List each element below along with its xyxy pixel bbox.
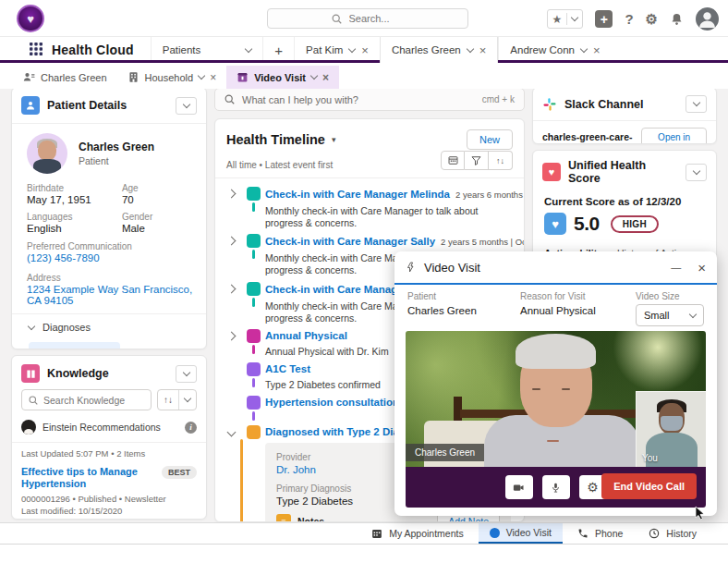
notifications-button[interactable] [670,12,684,26]
chevron-down-icon[interactable] [580,44,588,52]
section-diagnoses[interactable]: Diagnoses [12,313,206,340]
favorites-dropdown-icon[interactable] [571,14,578,21]
event-type-icon [247,425,261,439]
utility-phone[interactable]: Phone [566,523,634,544]
collapse-chevron-icon[interactable] [221,425,241,435]
subtab-charles-green[interactable]: Charles Green [13,66,117,89]
modal-title: Video Visit [424,261,663,275]
patient-phone-link[interactable]: (123) 456-7890 [27,252,195,263]
event-title-link[interactable]: Annual Physical [265,329,347,343]
score-value: 5.0 [574,213,600,235]
panel-menu-button[interactable] [176,97,197,115]
event-title-link[interactable]: Check-in with Care Manager Sally [265,235,435,249]
chevron-down-icon[interactable] [310,72,318,80]
chevron-down-icon[interactable] [245,44,252,52]
field-label: Gender [122,212,195,222]
nav-tab-andrew-conn[interactable]: Andrew Conn × [498,37,611,63]
help-button[interactable]: ? [625,12,633,26]
close-tab-icon[interactable]: × [361,43,369,57]
field-value: Male [122,223,195,234]
section-label: Diagnoses [42,322,91,333]
new-event-button[interactable]: New [467,129,513,150]
microphone-icon [550,482,562,494]
einstein-label: Einstein Recommendations [42,422,161,433]
slack-channel-panel: Slack Channel charles-green-care-team Op… [532,87,717,144]
user-avatar[interactable] [696,7,719,31]
close-tab-icon[interactable]: × [479,43,487,57]
video-feed: Charles Green You [406,331,706,467]
expand-chevron-icon[interactable] [221,282,241,292]
microphone-toggle-button[interactable] [542,475,570,499]
sort-icon[interactable]: ↑↓ [158,390,178,410]
utility-my-appointments[interactable]: My Appointments [360,523,475,544]
favorites-control[interactable]: ★ [547,9,584,29]
info-icon[interactable]: i [185,422,197,434]
self-view: You [636,391,706,467]
video-visit-modal: Video Visit — × Patient Charles Green Re… [394,251,717,516]
close-subtab-icon[interactable]: × [322,71,329,84]
article-meta: 0000001296 • Published • Newsletter [21,494,197,504]
lightning-bolt-icon [406,261,417,274]
assistant-search-bar[interactable]: What can I help you with? cmd + k [214,88,525,111]
app-launcher-waffle-icon[interactable] [30,43,42,63]
global-search-input[interactable] [349,13,405,24]
favorite-star-icon[interactable]: ★ [552,13,563,26]
article-title-link[interactable]: Effective tips to Manage Hypertension [21,466,156,490]
participant-name-label: Charles Green [406,444,484,461]
utility-label: Phone [595,528,623,539]
filter-funnel-button[interactable] [465,151,489,170]
expand-chevron-icon[interactable] [221,329,241,339]
timeline-dropdown-icon[interactable]: ▾ [332,135,336,144]
add-tab-button[interactable]: + [262,37,294,63]
panel-menu-button[interactable] [686,95,707,113]
nav-tab-charles-green[interactable]: Charles Green × [380,37,498,63]
event-title-link[interactable]: Hypertension consultation [265,396,399,410]
divider [566,13,567,25]
panel-menu-button[interactable] [686,164,707,181]
quick-create-button[interactable]: + [595,10,613,28]
video-size-select[interactable]: Small [636,304,704,326]
search-icon [332,14,342,24]
utility-history[interactable]: History [637,523,708,544]
chevron-down-icon[interactable] [198,72,205,80]
event-calendar-icon [237,71,249,83]
call-controls-bar: ⚙ End Video Call [406,467,706,508]
timeline-range-button[interactable] [441,151,465,170]
knowledge-search-box[interactable] [21,389,152,410]
camera-toggle-button[interactable] [505,475,533,499]
history-clock-icon [649,528,660,539]
knowledge-sort-control[interactable]: ↑↓ [157,389,197,410]
setup-gear-button[interactable]: ⚙ [646,12,658,26]
subtab-label: Household [145,72,194,83]
sort-button[interactable]: ↑↓ [489,151,513,170]
global-search-box[interactable] [267,8,468,29]
nav-tab-patients[interactable]: Patients [151,37,263,63]
close-icon[interactable]: × [698,260,706,275]
expand-chevron-icon[interactable] [221,234,241,244]
field-label: Reason for Visit [520,291,636,301]
nav-tab-label: Pat Kim [306,44,343,55]
event-title-link[interactable]: Check-in with Care Manager Melinda [265,188,450,202]
diagnosis-pill[interactable]: Type 2 Diabetes [29,342,120,349]
close-subtab-icon[interactable]: × [210,71,216,84]
sort-dropdown-icon[interactable] [178,390,196,410]
minimize-icon[interactable]: — [671,262,681,273]
chevron-down-icon[interactable] [466,44,473,52]
event-title-link[interactable]: A1C Test [265,362,310,376]
field-label: Birthdate [27,183,118,193]
utility-label: History [666,528,697,539]
close-tab-icon[interactable]: × [593,43,601,57]
end-video-call-button[interactable]: End Video Call [601,473,697,499]
utility-video-visit[interactable]: Video Visit [479,523,563,544]
subtab-video-visit[interactable]: Video Visit × [226,66,339,89]
open-in-slack-button[interactable]: Open in Slack [641,128,707,144]
patient-address-link[interactable]: 1234 Example Way San Francisco, CA 94105 [27,284,195,306]
knowledge-search-input[interactable] [43,395,136,406]
chevron-down-icon[interactable] [348,44,356,52]
subtab-household[interactable]: Household × [117,66,227,89]
expand-chevron-icon[interactable] [221,187,241,197]
utility-bar: My Appointments Video Visit Phone Histor… [0,522,728,545]
panel-menu-button[interactable] [176,365,197,383]
patient-link[interactable]: Charles Green [407,305,520,316]
nav-tab-pat-kim[interactable]: Pat Kim × [294,37,380,63]
